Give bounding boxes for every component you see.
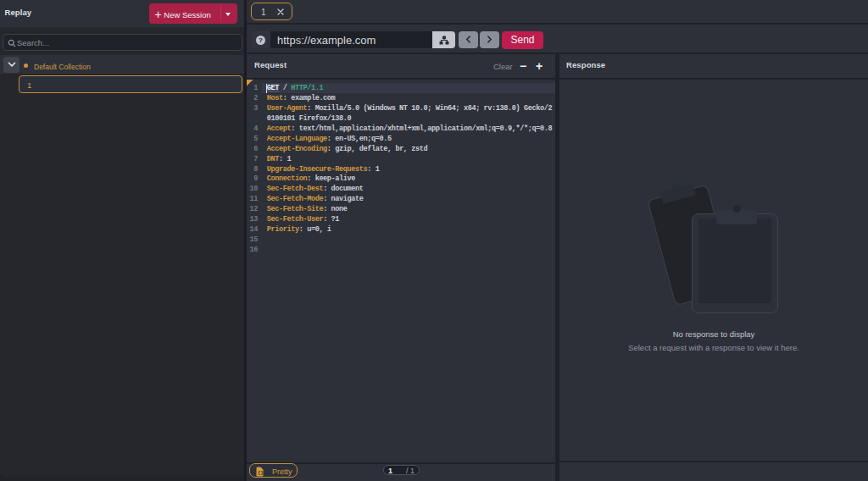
svg-text:{}: {} — [258, 470, 264, 476]
